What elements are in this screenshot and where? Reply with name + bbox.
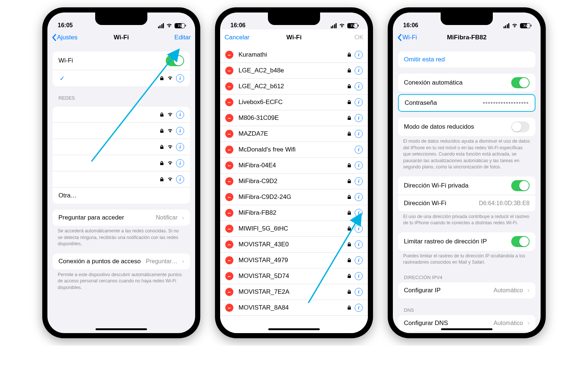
network-row[interactable]: 🔒︎i [53, 155, 190, 171]
lock-icon: 🔒︎ [159, 176, 164, 182]
network-name: LGE_AC2_b48e [239, 67, 341, 74]
network-name: Livebox6-ECFC [239, 99, 341, 106]
back-button[interactable]: Ajustes [52, 34, 78, 41]
info-icon[interactable]: i [355, 51, 363, 59]
network-row[interactable]: 🔒︎i [53, 123, 190, 139]
info-icon[interactable]: i [355, 209, 363, 217]
known-network-row[interactable]: −MOVISTAR_4979🔒︎i [220, 253, 368, 268]
delete-icon[interactable]: − [225, 67, 233, 75]
ask-to-join-row[interactable]: Preguntar para acceder Notificar › [53, 210, 190, 226]
edit-button[interactable]: Editar [175, 34, 191, 41]
home-indicator[interactable] [441, 328, 492, 330]
info-icon[interactable]: i [355, 67, 363, 75]
info-icon[interactable]: i [176, 111, 184, 119]
delete-icon[interactable]: − [225, 193, 233, 201]
info-icon[interactable]: i [355, 193, 363, 201]
info-icon[interactable]: i [355, 272, 363, 280]
info-icon[interactable]: i [355, 130, 363, 138]
wifi-signal-icon [167, 127, 173, 135]
delete-icon[interactable]: − [225, 288, 233, 296]
network-row[interactable]: 🔒︎i [53, 107, 190, 123]
known-network-row[interactable]: −MiFibra-04E4🔒︎i [220, 158, 368, 174]
wifi-toggle-row[interactable]: Wi-Fi [53, 51, 190, 70]
delete-icon[interactable]: − [225, 130, 233, 138]
back-button[interactable]: Wi-Fi [397, 34, 417, 41]
private-address-row[interactable]: Dirección Wi-Fi privada [398, 176, 535, 195]
delete-icon[interactable]: − [225, 51, 233, 59]
info-icon[interactable]: i [355, 256, 363, 264]
network-row[interactable]: 🔒︎i [53, 139, 190, 155]
password-value: •••••••••••••••••• [483, 99, 529, 107]
info-icon[interactable]: i [176, 74, 184, 82]
info-icon[interactable]: i [355, 225, 363, 233]
info-icon[interactable]: i [176, 175, 184, 183]
delete-icon[interactable]: − [225, 272, 233, 280]
known-network-row[interactable]: −M806-31C09E🔒︎i [220, 110, 368, 126]
private-address-toggle[interactable] [511, 180, 530, 191]
home-indicator[interactable] [96, 328, 147, 330]
known-network-row[interactable]: −MOVISTAR_7E2A🔒︎i [220, 284, 368, 300]
cancel-button[interactable]: Cancelar [225, 34, 250, 41]
limit-ip-tracking-row[interactable]: Limitar rastreo de dirección IP [398, 232, 535, 251]
delete-icon[interactable]: − [225, 256, 233, 264]
known-network-row[interactable]: −Kuramathi🔒︎i [220, 47, 368, 63]
lock-icon: 🔒︎ [347, 163, 352, 168]
delete-icon[interactable]: − [225, 209, 233, 217]
known-network-row[interactable]: −McDonald's free Wifii [220, 142, 368, 158]
info-icon[interactable]: i [355, 82, 363, 90]
connected-network-row[interactable]: ✓ 🔒︎ i [53, 70, 190, 86]
delete-icon[interactable]: − [225, 98, 233, 106]
wifi-signal-icon [167, 143, 173, 151]
low-data-toggle[interactable] [511, 121, 530, 132]
info-icon[interactable]: i [176, 143, 184, 151]
info-icon[interactable]: i [355, 161, 363, 169]
delete-icon[interactable]: − [225, 177, 233, 185]
low-data-row[interactable]: Modo de datos reducidos [398, 118, 535, 136]
info-icon[interactable]: i [176, 159, 184, 167]
known-network-row[interactable]: −LGE_AC2_b612🔒︎i [220, 79, 368, 94]
info-icon[interactable]: i [355, 240, 363, 249]
delete-icon[interactable]: − [225, 82, 233, 90]
delete-icon[interactable]: − [225, 225, 233, 233]
delete-icon[interactable]: − [225, 161, 233, 169]
nav-title: MiFibra-FB82 [447, 34, 487, 41]
network-row[interactable]: 🔒︎i [53, 171, 190, 188]
known-network-row[interactable]: −MOVISTAR_5D74🔒︎i [220, 268, 368, 284]
lock-icon: 🔒︎ [159, 160, 164, 166]
info-icon[interactable]: i [355, 98, 363, 106]
wifi-status-icon [512, 22, 518, 29]
hotspot-row[interactable]: Conexión a puntos de acceso Preguntar… › [53, 253, 190, 269]
info-icon[interactable]: i [355, 146, 363, 154]
known-network-row[interactable]: −MAZDA7E🔒︎i [220, 126, 368, 142]
known-network-row[interactable]: −MIWIFI_5G_6tHC🔒︎i [220, 221, 368, 237]
password-row[interactable]: Contraseña •••••••••••••••••• [399, 95, 535, 111]
info-icon[interactable]: i [176, 127, 184, 135]
known-network-row[interactable]: −MiFibra-C9D2🔒︎i [220, 174, 368, 189]
other-network-row[interactable]: Otra… [53, 188, 190, 204]
info-icon[interactable]: i [355, 288, 363, 296]
info-icon[interactable]: i [355, 177, 363, 185]
delete-icon[interactable]: − [225, 304, 233, 312]
wifi-toggle[interactable] [166, 55, 184, 66]
delete-icon[interactable]: − [225, 240, 233, 249]
known-network-row[interactable]: −MOVISTAR_8A84🔒︎i [220, 300, 368, 316]
known-network-row[interactable]: −MiFibra-FB82🔒︎i [220, 205, 368, 221]
info-icon[interactable]: i [355, 304, 363, 312]
chevron-left-icon [397, 34, 402, 41]
auto-join-toggle[interactable] [511, 77, 530, 88]
delete-icon[interactable]: − [225, 146, 233, 154]
ok-button[interactable]: OK [354, 34, 363, 41]
home-indicator[interactable] [268, 328, 320, 330]
known-network-row[interactable]: −MiFibra-C9D2-24G🔒︎i [220, 189, 368, 205]
delete-icon[interactable]: − [225, 114, 233, 122]
auto-join-row[interactable]: Conexión automática [398, 74, 535, 92]
lock-icon: 🔒︎ [347, 115, 352, 121]
known-network-row[interactable]: −LGE_AC2_b48e🔒︎i [220, 63, 368, 79]
info-icon[interactable]: i [355, 114, 363, 122]
limit-ip-toggle[interactable] [511, 236, 530, 247]
forget-network-button[interactable]: Omitir esta red [398, 51, 535, 68]
configure-ip-row[interactable]: Configurar IP Automático › [398, 282, 535, 299]
wifi-signal-icon [167, 176, 173, 183]
known-network-row[interactable]: −MOVISTAR_43E0🔒︎i [220, 237, 368, 253]
known-network-row[interactable]: −Livebox6-ECFC🔒︎i [220, 94, 368, 110]
